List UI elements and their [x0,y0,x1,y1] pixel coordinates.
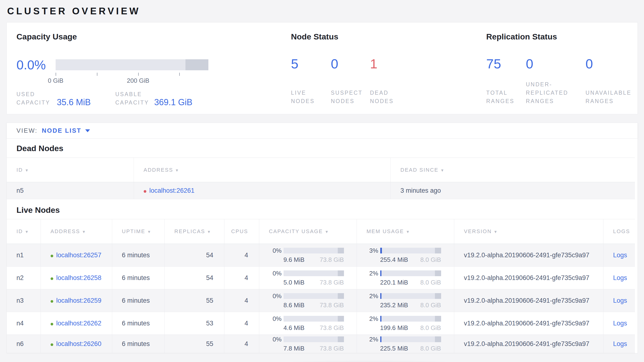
view-label: VIEW: [16,127,38,134]
mem-usage: 2%235.2 MiB8.0 GiB [366,292,441,309]
sort-arrow-icon[interactable]: ▼ [175,168,179,172]
capacity-usage-percent: 0% [269,336,282,343]
gauge-tick [138,73,139,76]
column-header-replicas[interactable]: REPLICAS▼ [164,219,224,244]
capacity-usage: 0%7.8 MiB73.8 GiB [269,336,344,352]
live-node-row: n4localhost:262626 minutes5340%4.6 MiB73… [7,312,635,335]
replication-status-section: Replication Status 7500 TOTAL RANGESUNDE… [486,23,639,114]
sort-arrow-icon[interactable]: ▼ [25,230,29,234]
column-header-mem-usage[interactable]: MEM USAGE▼ [356,219,454,244]
capacity-usage-cell: 0%4.6 MiB73.8 GiB [259,312,356,335]
mem-usage-used-segment [380,248,382,253]
sort-arrow-icon[interactable]: ▼ [494,230,498,234]
logs-link[interactable]: Logs [613,297,627,304]
sort-arrow-icon[interactable]: ▼ [82,230,86,234]
node-status-stat-value: 1 [370,56,378,72]
cpus-cell: 4 [224,335,259,353]
node-address-link[interactable]: localhost:26262 [56,320,102,327]
replication-status-title: Replication Status [486,32,557,41]
dead-node-row: n5localhost:262613 minutes ago [7,182,635,199]
column-header-capacity-usage[interactable]: CAPACITY USAGE▼ [259,219,356,244]
column-header-label: ADDRESS [144,167,173,173]
capacity-usage-reserved-segment [338,270,344,276]
logs-link[interactable]: Logs [613,252,627,259]
column-header-id[interactable]: ID▼ [7,219,40,244]
logs-cell: Logs [603,335,635,353]
sort-arrow-icon[interactable]: ▼ [207,230,211,234]
gauge-tick [179,73,180,76]
cluster-overview-page: CLUSTER OVERVIEW Capacity Usage 0.0% 0 G… [0,0,644,362]
capacity-usage-title: Capacity Usage [16,32,77,41]
mem-usage-cell: 3%255.4 MiB8.0 GiB [356,244,454,267]
replication-stat-label: UNAVAILABLE RANGES [586,89,631,105]
column-header-uptime[interactable]: UPTIME▼ [112,219,164,244]
column-header-label: VERSION [464,228,492,234]
node-address-link[interactable]: localhost:26261 [150,187,194,194]
gauge-tick-label: 0 GiB [48,77,63,84]
logs-cell: Logs [603,267,635,289]
logs-link[interactable]: Logs [613,340,627,347]
capacity-usage-bar-row: 0% [269,336,344,343]
capacity-usage-bar-row: 0% [269,247,344,254]
mem-usage-total-value: 8.0 GiB [420,256,441,264]
capacity-usage-bar-row: 0% [269,270,344,277]
uptime-cell: 6 minutes [112,267,164,289]
node-id-cell: n1 [7,244,40,267]
replication-stat-value: 0 [586,56,593,72]
node-address-link[interactable]: localhost:26257 [56,252,102,259]
capacity-gauge: 0 GiB200 GiB [56,59,208,93]
view-selector[interactable]: NODE LIST [42,127,82,134]
live-node-row: n1localhost:262576 minutes5440%9.6 MiB73… [7,244,635,267]
version-cell: v19.2.0-alpha.20190606-2491-gfe735c9a97 [454,267,603,289]
capacity-usage-reserved-segment [338,293,344,299]
column-header-label: UPTIME [122,228,145,234]
column-header-address[interactable]: ADDRESS▼ [134,158,390,182]
chevron-down-icon[interactable] [85,129,90,132]
replicas-cell: 54 [164,267,224,289]
replicas-cell: 54 [164,244,224,267]
node-status-section: Node Status 501 LIVE NODESSUSPECT NODESD… [291,23,472,114]
capacity-used-percent: 0.0% [16,57,46,72]
live-nodes-header-row: ID▼ADDRESS▼UPTIME▼REPLICAS▼CPUSCAPACITY … [7,219,635,244]
mem-usage-percent: 2% [366,315,378,322]
capacity-usage-cell: 0%5.0 MiB73.8 GiB [259,267,356,289]
sort-arrow-icon[interactable]: ▼ [325,230,329,234]
mem-usage-values: 225.5 MiB8.0 GiB [380,345,441,352]
capacity-stats: USED CAPACITY35.6 MiBUSABLE CAPACITY369.… [16,90,231,107]
view-selector-bar: VIEW: NODE LIST [6,123,638,139]
sort-arrow-icon[interactable]: ▼ [25,168,29,172]
capacity-usage: 0%4.6 MiB73.8 GiB [269,315,344,332]
node-address-cell: localhost:26257 [40,244,112,267]
column-header-label: ID [16,167,23,173]
replicas-cell: 53 [164,312,224,335]
mem-usage-bar-row: 3% [366,247,441,254]
column-header-dead-since[interactable]: DEAD SINCE▼ [390,158,635,182]
mem-usage-used-value: 199.6 MiB [380,324,408,332]
mem-usage-used-value: 225.5 MiB [380,345,408,352]
sort-arrow-icon[interactable]: ▼ [147,230,152,234]
uptime-cell: 6 minutes [112,335,164,353]
capacity-usage-total-value: 73.8 GiB [320,279,344,286]
replicas-cell: 55 [164,335,224,353]
sort-arrow-icon[interactable]: ▼ [440,168,445,172]
mem-usage-bar [380,293,441,299]
column-header-id[interactable]: ID▼ [7,158,134,182]
logs-link[interactable]: Logs [613,320,627,327]
node-address-link[interactable]: localhost:26260 [56,340,102,347]
mem-usage-reserved-segment [435,316,441,322]
column-header-address[interactable]: ADDRESS▼ [40,219,112,244]
node-status-title: Node Status [291,32,338,41]
mem-usage-reserved-segment [435,293,441,299]
dead-nodes-header-row: ID▼ADDRESS▼DEAD SINCE▼ [7,158,635,182]
mem-usage-total-value: 8.0 GiB [420,301,441,309]
mem-usage-bar [380,270,441,276]
capacity-stat-label: USABLE CAPACITY [115,90,149,107]
logs-link[interactable]: Logs [613,274,627,281]
capacity-usage-bar [284,293,344,299]
replication-stat-label: TOTAL RANGES [486,89,514,105]
node-address-link[interactable]: localhost:26259 [56,297,102,304]
node-address-link[interactable]: localhost:26258 [56,274,102,281]
mem-usage-cell: 2%220.1 MiB8.0 GiB [356,267,454,289]
sort-arrow-icon[interactable]: ▼ [406,230,410,234]
column-header-version[interactable]: VERSION▼ [454,219,603,244]
